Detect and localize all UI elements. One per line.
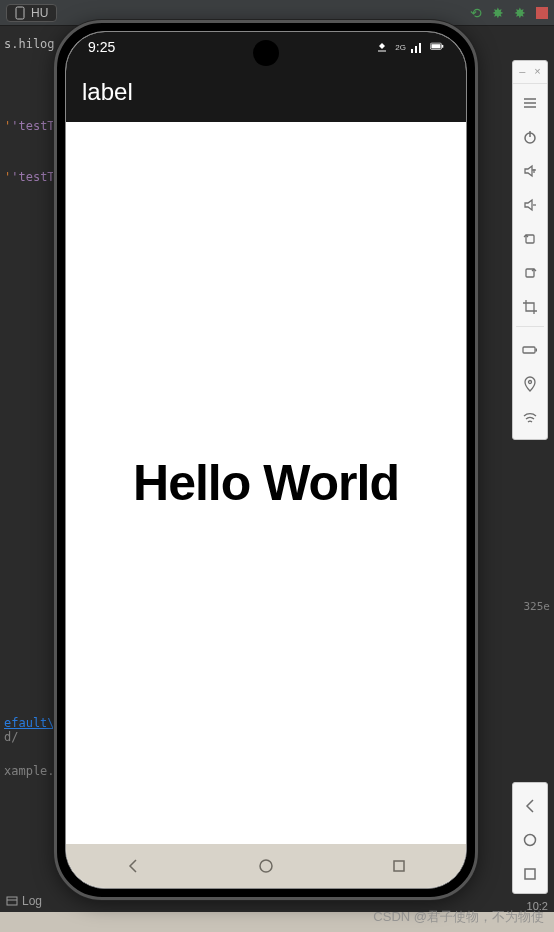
- svg-point-15: [260, 860, 272, 872]
- device-label: HU: [31, 6, 48, 20]
- svg-point-9: [529, 381, 532, 384]
- recent-icon[interactable]: [516, 859, 544, 889]
- code-line: 'testTa: [11, 170, 60, 184]
- back-icon[interactable]: [516, 791, 544, 821]
- volume-up-icon[interactable]: [516, 156, 544, 186]
- watermark: CSDN @君子使物，不为物使: [373, 908, 544, 926]
- code-line: 'testTa: [11, 119, 60, 133]
- softkey-back[interactable]: [103, 857, 163, 875]
- svg-rect-1: [7, 897, 17, 905]
- clock: 9:25: [88, 39, 115, 55]
- wifi-icon[interactable]: [516, 403, 544, 433]
- sync-icon[interactable]: ⟲: [470, 5, 482, 21]
- phone-frame: 9:25 2G label Hello World: [54, 20, 478, 900]
- emulator-toolbar: – ×: [512, 60, 548, 440]
- log-tab[interactable]: Log: [22, 894, 42, 908]
- minimize-button[interactable]: –: [519, 65, 525, 77]
- console-line: d/: [4, 730, 56, 744]
- location-icon[interactable]: [516, 369, 544, 399]
- volume-down-icon[interactable]: [516, 190, 544, 220]
- power-icon[interactable]: [516, 122, 544, 152]
- console-left: efault\ d/ xample.: [0, 712, 60, 892]
- rotate-left-icon[interactable]: [516, 224, 544, 254]
- softkey-home[interactable]: [236, 857, 296, 875]
- console-line: xample.: [4, 764, 56, 778]
- svg-rect-16: [394, 861, 404, 871]
- svg-rect-0: [16, 7, 24, 19]
- svg-point-10: [525, 835, 536, 846]
- home-icon[interactable]: [516, 825, 544, 855]
- app-title: label: [82, 78, 133, 106]
- battery-status-icon: [430, 40, 444, 54]
- phone-softkeys: [66, 844, 466, 888]
- network-label: 2G: [395, 43, 406, 52]
- app-content-area: Hello World: [66, 122, 466, 844]
- softkey-recent[interactable]: [369, 857, 429, 875]
- camera-punch-hole: [253, 40, 279, 66]
- hello-text: Hello World: [133, 454, 399, 512]
- profile-icon[interactable]: ✸: [492, 5, 504, 21]
- device-selector[interactable]: HU: [6, 4, 57, 22]
- app-titlebar: label: [66, 62, 466, 122]
- code-line: s.hilog: [4, 34, 56, 56]
- stop-icon[interactable]: [536, 7, 548, 19]
- svg-rect-7: [523, 347, 535, 353]
- svg-rect-8: [536, 349, 538, 352]
- svg-rect-13: [442, 45, 443, 48]
- svg-rect-14: [431, 44, 440, 48]
- editor-left-gutter: s.hilog ''testTa ''testTa: [0, 30, 60, 530]
- phone-screen: 9:25 2G label Hello World: [65, 31, 467, 889]
- close-button[interactable]: ×: [534, 65, 540, 77]
- console-link[interactable]: efault\: [4, 716, 56, 730]
- console-right-snippet: 325e: [494, 600, 554, 613]
- rotate-right-icon[interactable]: [516, 258, 544, 288]
- hotspot-icon: [375, 40, 389, 54]
- debug-icon[interactable]: ✸: [514, 5, 526, 21]
- signal-icon: [410, 40, 424, 54]
- ide-statusbar-left: Log: [0, 890, 48, 912]
- battery-icon[interactable]: [516, 335, 544, 365]
- crop-icon[interactable]: [516, 292, 544, 322]
- svg-rect-11: [525, 869, 535, 879]
- menu-icon[interactable]: [516, 88, 544, 118]
- emulator-nav-buttons: [512, 782, 548, 894]
